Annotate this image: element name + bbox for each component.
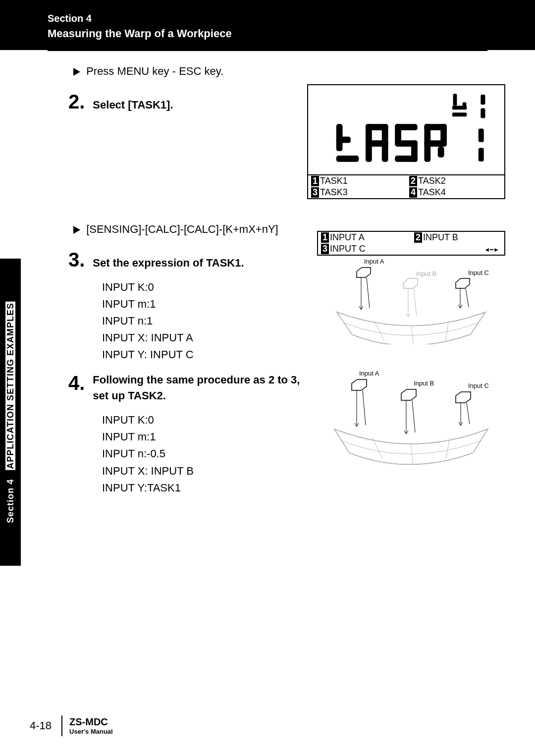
footer: 4-18 ZS-MDC User's Manual [30,715,113,736]
svg-rect-12 [366,140,388,147]
svg-line-39 [357,423,359,427]
svg-rect-4 [481,95,485,105]
fig2-label-a: Input A [359,370,379,377]
arrow-icon: ◄━► [484,246,499,253]
lcd-figure: 1TASK1 2TASK2 3TASK3 4TASK4 [307,84,505,199]
svg-rect-7 [336,156,359,162]
svg-line-43 [406,431,408,434]
key-1: 1 [311,176,319,186]
svg-line-40 [363,390,366,425]
svg-rect-22 [438,147,444,158]
section-label: Section 4 [48,13,535,24]
fig1-label-b: Input B [416,270,436,277]
page-number: 4-18 [30,719,52,732]
key-2: 2 [409,176,417,186]
page-header: Section 4 Measuring the Warp of a Workpi… [0,0,535,50]
figure-inputs-2: Input A Input B Input C [317,370,505,466]
svg-line-44 [412,400,415,432]
svg-rect-21 [424,140,447,147]
input2-y: INPUT Y:TASK1 [102,480,515,496]
svg-rect-17 [395,156,418,162]
footer-separator [61,715,62,736]
key-2: 2 [414,232,422,243]
input1-y: INPUT Y: INPUT C [102,346,515,363]
svg-line-48 [467,403,470,424]
step2-num: 2. [68,91,85,113]
fig2-label-b: Input B [414,379,434,387]
step3-num: 3. [68,249,85,271]
svg-rect-2 [463,103,467,109]
svg-rect-8 [336,137,351,143]
section-title: Measuring the Warp of a Workpiece [48,27,535,40]
svg-rect-0 [453,94,457,106]
svg-rect-24 [479,148,484,162]
fig1-menu: 1INPUT A 2INPUT B 3INPUT C ◄━► [317,231,505,256]
step2-text: Select [TASK1]. [93,99,173,111]
sensing-text: [SENSING]-[CALC]-[CALC]-[K+mX+nY] [86,223,278,235]
key-1: 1 [321,232,329,243]
svg-line-47 [461,422,463,426]
svg-line-27 [361,306,363,310]
fig1-label-c: Input C [468,269,489,276]
step4-text: Following the same procedure as 2 to 3, … [93,372,311,404]
svg-line-35 [460,305,462,308]
fig1-inputa: INPUT A [330,232,365,242]
svg-line-38 [355,423,357,427]
svg-line-46 [459,422,461,426]
svg-rect-3 [452,112,467,116]
triangle-icon [73,68,80,76]
press-text: Press MENU key - ESC key. [86,65,223,77]
fig1-inputb: INPUT B [423,232,458,242]
svg-rect-23 [479,128,484,142]
fig1-label-a: Input A [364,258,384,265]
svg-line-32 [414,288,417,316]
svg-line-34 [458,305,460,308]
lcd-task3: TASK3 [320,187,348,197]
fig2-label-c: Input C [468,382,489,389]
lcd-task4: TASK4 [418,187,446,197]
svg-rect-5 [481,108,485,118]
lcd-menu: 1TASK1 2TASK2 3TASK3 4TASK4 [308,174,504,198]
svg-line-28 [367,277,370,308]
svg-line-26 [359,306,361,310]
svg-line-36 [466,288,469,307]
step4-num: 4. [68,372,85,394]
lcd-task2: TASK2 [418,176,446,186]
figure-inputs-1: 1INPUT A 2INPUT B 3INPUT C ◄━► Input A I… [317,231,505,344]
manual-title: ZS-MDC [69,716,113,728]
fig1-inputc: INPUT C [330,244,366,254]
press-line: Press MENU key - ESC key. [73,65,515,78]
step3-text: Set the expression of TASK1. [93,257,244,270]
key-3: 3 [311,187,319,198]
triangle-icon [73,226,80,234]
manual-sub: User's Manual [69,728,113,735]
lcd-task1: TASK1 [320,176,348,186]
key-3: 3 [321,244,329,254]
svg-line-30 [406,314,408,317]
svg-line-42 [404,431,406,434]
key-4: 4 [409,187,417,198]
svg-line-31 [408,314,410,317]
